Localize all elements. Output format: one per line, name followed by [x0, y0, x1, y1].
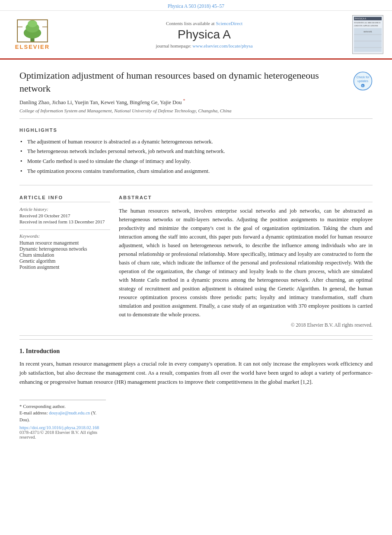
- abstract-title: ABSTRACT: [119, 195, 373, 202]
- content-area: Optimization adjustment of human resourc…: [0, 60, 392, 439]
- affiliation-line: College of Information System and Manage…: [19, 108, 373, 113]
- highlight-item-4: The optimization process contains transf…: [19, 166, 373, 176]
- article-info-column: ARTICLE INFO Article history: Received 2…: [19, 195, 110, 328]
- highlights-section: HIGHLIGHTS The adjustment of human resou…: [19, 122, 373, 182]
- journal-header: ELSEVIER Contents lists available at Sci…: [0, 11, 392, 60]
- sciencedirect-line: Contents lists available at ScienceDirec…: [56, 21, 352, 26]
- keywords-section: Keywords: Human resource management Dyna…: [19, 233, 110, 270]
- email-footnote: E-mail address: douyajie@nudt.edu.cn (Y.…: [19, 410, 106, 424]
- article-info-title: ARTICLE INFO: [19, 195, 110, 202]
- svg-text:Check for: Check for: [357, 76, 370, 79]
- footnote-area: * Corresponding author. E-mail address: …: [19, 400, 106, 439]
- abstract-column: ABSTRACT The human resources network, in…: [119, 195, 373, 328]
- keywords-label: Keywords:: [19, 233, 110, 239]
- corresponding-note: * Corresponding author.: [19, 403, 106, 410]
- history-label: Article history:: [19, 207, 110, 212]
- doi-line[interactable]: https://doi.org/10.1016/j.physa.2018.02.…: [19, 425, 106, 430]
- article-title-section: Optimization adjustment of human resourc…: [19, 60, 373, 98]
- revised-date: Received in revised form 13 December 201…: [19, 219, 110, 224]
- divider-after-highlights: [19, 185, 373, 185]
- journal-center-info: Contents lists available at ScienceDirec…: [56, 21, 352, 48]
- highlight-item-1: The adjustment of human resource is abst…: [19, 137, 373, 147]
- abstract-copyright: © 2018 Elsevier B.V. All rights reserved…: [119, 322, 373, 328]
- elsevier-tree-icon: [15, 19, 50, 43]
- highlights-list: The adjustment of human resource is abst…: [19, 137, 373, 176]
- article-history: Article history: Received 20 October 201…: [19, 207, 110, 224]
- keyword-5: Position assignment: [19, 264, 110, 270]
- highlight-item-3: Monte Carlo method is used to simulate t…: [19, 156, 373, 166]
- journal-cover-thumbnail: PHYSICA A STATISTICAL MECHANICS AND ITS …: [352, 15, 383, 54]
- svg-text:network: network: [363, 30, 372, 33]
- svg-point-3: [28, 20, 37, 28]
- highlight-item-2: The heterogeneous network includes perso…: [19, 146, 373, 156]
- keyword-4: Genetic algorithm: [19, 258, 110, 264]
- keyword-2: Dynamic heterogeneous networks: [19, 246, 110, 252]
- sciencedirect-link[interactable]: ScienceDirect: [216, 21, 242, 26]
- highlights-title: HIGHLIGHTS: [19, 127, 373, 133]
- authors-line: Danling Zhao, Jichao Li, Yuejin Tan, Kew…: [19, 98, 373, 106]
- elsevier-wordmark: ELSEVIER: [15, 44, 50, 50]
- introduction-section: 1. Introduction In recent years, human r…: [19, 339, 373, 391]
- abstract-text: The human resources network, involves en…: [119, 207, 373, 319]
- divider-keywords: [19, 229, 110, 230]
- two-col-section: ARTICLE INFO Article history: Received 2…: [19, 189, 373, 332]
- received-date: Received 20 October 2017: [19, 213, 110, 218]
- journal-url[interactable]: www.elsevier.com/locate/physa: [192, 43, 252, 48]
- email-link[interactable]: douyajie@nudt.edu.cn: [49, 411, 91, 415]
- divider-before-intro: [19, 335, 373, 336]
- journal-homepage: journal homepage: www.elsevier.com/locat…: [56, 43, 352, 48]
- keyword-3: Churn simulation: [19, 252, 110, 258]
- journal-citation: Physica A 503 (2018) 45–57: [0, 0, 392, 11]
- svg-text:updates: updates: [357, 80, 368, 83]
- svg-text:↻: ↻: [362, 85, 364, 87]
- intro-text: In recent years, human resource manageme…: [19, 359, 373, 387]
- check-updates-badge: Check for updates ↻: [353, 71, 373, 91]
- journal-name: Physica A: [56, 28, 352, 41]
- intro-title: 1. Introduction: [19, 347, 373, 355]
- elsevier-logo: ELSEVIER: [9, 19, 56, 50]
- divider-after-affiliation: [19, 118, 373, 119]
- article-title: Optimization adjustment of human resourc…: [19, 69, 347, 95]
- rights-line: 0378-4371/© 2018 Elsevier B.V. All right…: [19, 430, 106, 439]
- keyword-1: Human resource management: [19, 240, 110, 245]
